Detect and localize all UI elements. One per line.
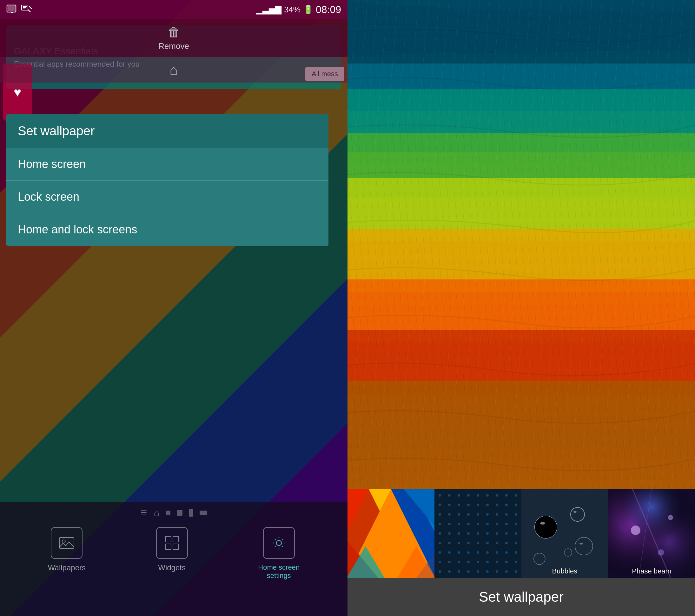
svg-point-110	[515, 561, 517, 563]
svg-point-59	[458, 513, 460, 516]
svg-point-51	[467, 504, 470, 506]
bubbles-label: Bubbles	[521, 567, 608, 576]
svg-point-93	[439, 551, 441, 554]
svg-point-123	[540, 522, 545, 525]
svg-line-8	[29, 6, 32, 9]
svg-point-40	[448, 494, 451, 497]
remove-area[interactable]: 🗑 Remove	[0, 19, 348, 57]
svg-point-43	[477, 494, 479, 497]
thumbnail-dots[interactable]	[435, 489, 521, 578]
svg-point-68	[458, 523, 460, 525]
svg-point-107	[486, 561, 489, 563]
menu-item-lock-screen[interactable]: Lock screen	[6, 181, 328, 213]
status-icons-left	[6, 4, 32, 15]
menu-item-home-screen[interactable]: Home screen	[6, 148, 328, 181]
thumbnail-bubbles[interactable]: Bubbles	[521, 489, 608, 578]
svg-point-42	[467, 494, 470, 497]
svg-point-138	[658, 549, 664, 556]
menu-item-home-lock-screens-label: Home and lock screens	[18, 223, 137, 236]
svg-point-88	[477, 542, 479, 544]
svg-point-78	[467, 532, 470, 535]
home-bar: ⌂	[0, 57, 348, 83]
menu-item-home-lock-screens[interactable]: Home and lock screens	[6, 213, 328, 246]
svg-point-80	[486, 532, 489, 535]
svg-point-118	[505, 570, 508, 573]
svg-line-7	[28, 10, 31, 12]
svg-rect-120	[521, 489, 608, 578]
menu-item-lock-screen-label: Lock screen	[18, 190, 79, 203]
home-nav-icon: ⌂	[154, 507, 159, 518]
svg-point-71	[486, 523, 489, 525]
status-bar: ▁▃▅▇ 34% 🔋 08:09	[0, 0, 348, 19]
svg-rect-9	[60, 537, 74, 548]
svg-point-111	[439, 570, 441, 573]
svg-point-83	[515, 532, 517, 535]
svg-rect-12	[173, 536, 179, 542]
svg-point-105	[467, 561, 470, 563]
nav-item-wallpapers[interactable]: Wallpapers	[48, 527, 86, 572]
svg-point-84	[439, 542, 441, 544]
thumbnail-phasebeam[interactable]: Phase beam	[608, 489, 695, 578]
svg-point-49	[448, 504, 451, 506]
svg-point-136	[631, 526, 640, 535]
svg-point-113	[458, 570, 460, 573]
svg-point-63	[496, 513, 498, 516]
water-texture-overlay	[348, 0, 695, 489]
settings-nav-icon	[263, 527, 295, 559]
svg-point-50	[458, 504, 460, 506]
svg-point-74	[515, 523, 517, 525]
trash-icon: 🗑	[168, 25, 180, 39]
menu-item-home-screen-label: Home screen	[18, 157, 86, 170]
home-icon: ⌂	[169, 62, 178, 78]
svg-point-41	[458, 494, 460, 497]
svg-point-125	[573, 511, 576, 513]
set-wallpaper-button[interactable]: Set wallpaper	[348, 578, 695, 616]
svg-point-15	[276, 540, 282, 546]
svg-point-94	[448, 551, 451, 554]
svg-point-127	[579, 543, 583, 545]
nav-dot-4	[200, 511, 207, 515]
svg-point-77	[458, 532, 460, 535]
svg-point-109	[505, 561, 508, 563]
svg-point-65	[515, 513, 517, 516]
svg-point-95	[458, 551, 460, 554]
svg-point-62	[486, 513, 489, 516]
svg-point-73	[505, 523, 508, 525]
svg-point-67	[448, 523, 451, 525]
wallpaper-menu: Set wallpaper Home screen Lock screen Ho…	[6, 114, 328, 246]
svg-point-115	[477, 570, 479, 573]
nav-item-widgets[interactable]: Widgets	[156, 527, 188, 572]
svg-point-119	[515, 570, 517, 573]
svg-point-44	[486, 494, 489, 497]
svg-point-48	[439, 504, 441, 506]
status-icons-right: ▁▃▅▇ 34% 🔋 08:09	[256, 4, 341, 16]
svg-point-112	[448, 570, 451, 573]
nav-item-home-settings[interactable]: Home screen settings	[258, 527, 300, 580]
widgets-label: Widgets	[158, 563, 186, 572]
svg-point-103	[448, 561, 451, 563]
svg-point-52	[477, 504, 479, 506]
svg-point-66	[439, 523, 441, 525]
svg-point-82	[505, 532, 508, 535]
svg-point-91	[505, 542, 508, 544]
svg-rect-13	[165, 544, 171, 550]
svg-point-106	[477, 561, 479, 563]
svg-point-122	[535, 516, 557, 538]
svg-point-64	[505, 513, 508, 516]
svg-point-55	[505, 504, 508, 506]
battery-icon: 🔋	[303, 5, 313, 15]
wallpapers-label: Wallpapers	[48, 563, 86, 572]
svg-point-58	[448, 513, 451, 516]
svg-point-86	[458, 542, 460, 544]
thumbnail-colorful[interactable]	[348, 489, 435, 578]
svg-point-117	[496, 570, 498, 573]
svg-point-69	[467, 523, 470, 525]
svg-point-85	[448, 542, 451, 544]
svg-point-57	[439, 513, 441, 516]
svg-point-104	[458, 561, 460, 563]
set-wallpaper-text: Set wallpaper	[479, 589, 564, 605]
svg-rect-1	[8, 6, 15, 11]
heart-icon: ♥	[14, 85, 21, 99]
svg-point-97	[477, 551, 479, 554]
signal-bars: ▁▃▅▇	[256, 5, 282, 15]
